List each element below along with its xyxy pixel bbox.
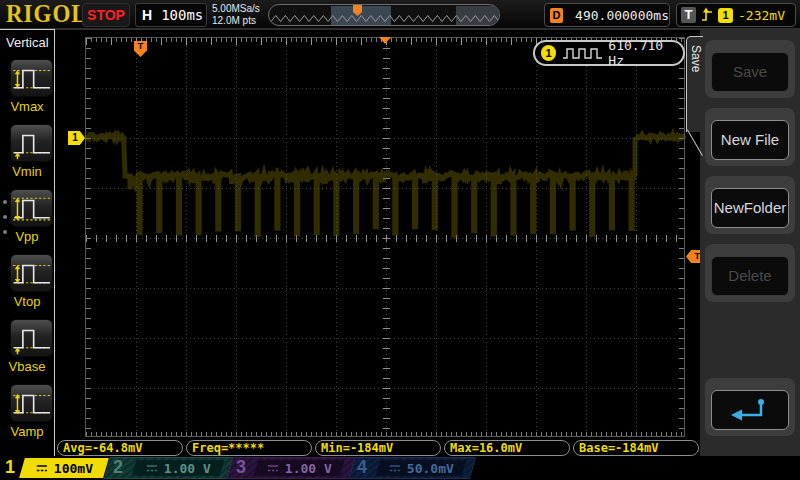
channel3-scale-box: 1.00 V	[254, 460, 345, 476]
measurement-min: Min=-184mV	[315, 440, 441, 456]
menu-cell	[705, 378, 795, 436]
vpp-label: Vpp	[0, 229, 54, 244]
menu-cell: Save	[705, 40, 795, 98]
measurement-avg: Avg=-64.8mV	[57, 440, 183, 456]
channel3-number[interactable]: 3	[236, 457, 246, 478]
vamp-label: Vamp	[0, 424, 54, 439]
vtop-button[interactable]	[10, 254, 53, 292]
vamp-button[interactable]	[10, 384, 53, 422]
channel2-scale-box: 1.00 V	[132, 460, 225, 476]
delay-box[interactable]: D 490.000000ms	[544, 3, 670, 27]
freq-counter-channel-badge: 1	[541, 45, 556, 61]
vpp-button[interactable]	[10, 189, 53, 227]
dc-coupling-icon	[35, 463, 49, 474]
channel4-number[interactable]: 4	[357, 457, 367, 478]
menu-cell: Delete	[705, 244, 795, 302]
page-indicator-dot	[3, 215, 7, 219]
channel1-trace	[86, 38, 686, 438]
vertical-measure-menu: Vertical Vmax	[0, 29, 55, 456]
delete-button[interactable]: Delete	[711, 256, 789, 296]
h-label: H	[142, 7, 152, 23]
channel3-scale: 1.00 V	[285, 461, 332, 476]
vmin-label: Vmin	[0, 164, 54, 179]
save-menu-panel: Save New File NewFolder Delete	[700, 30, 800, 456]
channel2-scale: 1.00 V	[164, 461, 211, 476]
vmax-button[interactable]	[10, 59, 53, 97]
channel1-scale: 100mV	[54, 461, 93, 476]
trigger-source-badge: 1	[718, 8, 733, 23]
top-status-bar: RIGOL STOP H 100ms 5.00MSa/s 12.0M pts D…	[0, 0, 800, 30]
channel2-number[interactable]: 2	[113, 457, 123, 478]
vmax-icon	[11, 60, 52, 96]
sample-rate: 5.00MSa/s	[212, 3, 260, 15]
oscilloscope-screen: RIGOL STOP H 100ms 5.00MSa/s 12.0M pts D…	[0, 0, 800, 480]
timebase-value: 100ms	[161, 7, 203, 23]
vbase-label: Vbase	[0, 359, 54, 374]
horizontal-timebase-box[interactable]: H 100ms	[135, 3, 207, 27]
delay-label: D	[550, 8, 563, 23]
return-arrow-icon	[728, 397, 772, 423]
frequency-counter: 1 610.710 Hz	[533, 40, 685, 66]
measurement-freq: Freq=*****	[186, 440, 312, 456]
page-indicator-dot	[3, 200, 7, 204]
memory-depth: 12.0M pts	[212, 15, 260, 27]
freq-counter-value: 610.710 Hz	[608, 38, 683, 68]
vtop-label: Vtop	[0, 294, 54, 309]
rigol-logo: RIGOL	[6, 1, 88, 28]
menu-cell: New File	[705, 108, 795, 166]
new-file-button[interactable]: New File	[711, 120, 789, 160]
rising-edge-icon	[701, 6, 713, 24]
delay-value: 490.000000ms	[575, 8, 669, 23]
left-menu-title: Vertical	[0, 30, 54, 50]
dc-coupling-icon	[145, 463, 159, 474]
save-button[interactable]: Save	[711, 52, 789, 92]
waveform-overview-thumbnail[interactable]	[268, 4, 500, 26]
vpp-icon	[11, 190, 52, 226]
save-tab-label: Save	[689, 45, 703, 72]
acquisition-info: 5.00MSa/s 12.0M pts	[212, 3, 260, 27]
dc-coupling-icon	[266, 463, 280, 474]
vmin-icon	[11, 125, 52, 161]
channel4-scale-box: 50.0mV	[376, 460, 467, 476]
graticule	[85, 37, 685, 437]
vmax-label: Vmax	[0, 99, 54, 114]
channel4-scale: 50.0mV	[407, 461, 454, 476]
trigger-box[interactable]: T 1 -232mV	[676, 3, 796, 27]
vtop-icon	[11, 255, 52, 291]
vmin-button[interactable]	[10, 124, 53, 162]
measurement-base: Base=-184mV	[573, 440, 699, 456]
vbase-button[interactable]	[10, 319, 53, 357]
channel1-ground-marker[interactable]: 1	[68, 131, 85, 145]
trigger-level-value: -232mV	[738, 8, 785, 23]
channel-status-bar: 1 100mV 2 1.00 V 3 1.00 V	[0, 457, 800, 480]
vamp-icon	[11, 385, 52, 421]
channel1-number[interactable]: 1	[5, 457, 15, 478]
vbase-icon	[11, 320, 52, 356]
page-indicator-dot	[3, 230, 7, 234]
channel1-tab[interactable]: 100mV	[19, 458, 109, 478]
save-menu-tab: Save	[686, 36, 703, 132]
measurement-max: Max=16.0mV	[444, 440, 570, 456]
new-folder-button[interactable]: NewFolder	[711, 188, 789, 228]
run-state-badge[interactable]: STOP	[82, 3, 130, 27]
thumbnail-wave-icon	[269, 5, 499, 26]
dc-coupling-icon	[388, 463, 402, 474]
square-wave-icon	[562, 47, 602, 60]
return-button[interactable]	[711, 390, 789, 430]
menu-cell: NewFolder	[705, 176, 795, 234]
trigger-label: T	[681, 7, 696, 23]
